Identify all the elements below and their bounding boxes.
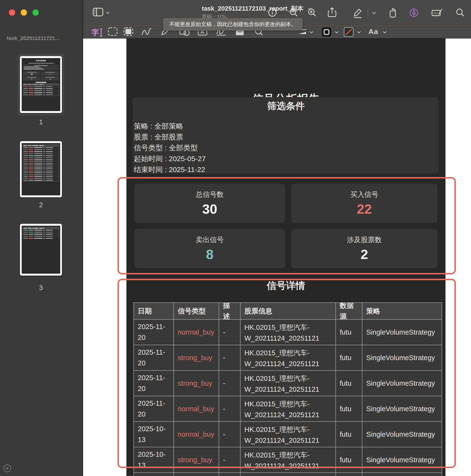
close-button[interactable] (9, 9, 15, 16)
sidebar-toggle-icon[interactable] (93, 7, 103, 17)
filter-line: 股票 : 全部股票 (134, 132, 351, 142)
page-thumbnail-1[interactable]: 信号分析报告302282 (20, 56, 62, 113)
add-page-button[interactable]: + (3, 464, 11, 472)
thumbnail-page-number[interactable]: 3 (20, 284, 62, 292)
page-thumbnail-3[interactable] (20, 224, 62, 276)
rotate-icon[interactable] (388, 8, 399, 18)
thumbnail-preview: 信号分析报告302282 (22, 58, 60, 111)
chevron-down-icon[interactable] (106, 10, 110, 14)
details-annotation-rect (118, 279, 456, 468)
chevron-down-icon[interactable] (357, 30, 361, 34)
text-style-icon[interactable]: Aa (369, 27, 378, 36)
filter-line: 信号类型 : 全部类型 (134, 142, 351, 153)
copy-created-tooltip: 不能更改原始文稿，因此已创建包含你的更改的副本。 (163, 18, 303, 31)
thumbnail-preview (22, 143, 60, 195)
zoom-button[interactable] (33, 9, 39, 16)
preview-window: task_202511211721... 信号分析报告302282123 + t… (0, 0, 471, 476)
table-cell (362, 473, 442, 476)
filter-line: 结束时间 : 2025-11-22 (134, 164, 351, 175)
tooltip-text: 不能更改原始文稿，因此已创建包含你的更改的副本。 (169, 21, 296, 28)
page-thumbnail-2[interactable] (20, 141, 62, 197)
text-select-icon[interactable]: 字 (91, 27, 103, 38)
minimize-button[interactable] (21, 9, 27, 16)
svg-text:字: 字 (91, 28, 99, 36)
chevron-down-icon[interactable] (310, 30, 314, 34)
table-cell (174, 473, 219, 476)
search-icon[interactable] (455, 8, 465, 17)
chevron-down-icon[interactable] (383, 30, 387, 34)
table-cell (241, 473, 336, 476)
thumbnail-page-number[interactable]: 2 (20, 201, 62, 209)
rect-select-icon[interactable] (108, 27, 118, 36)
table-cell (336, 473, 362, 476)
zoom-out-icon[interactable] (289, 8, 298, 17)
filter-line: 起始时间 : 2025-05-27 (134, 153, 351, 164)
sketch-icon[interactable] (141, 27, 152, 36)
filter-line: 策略 : 全部策略 (134, 121, 351, 132)
share-icon[interactable] (327, 7, 337, 17)
thumbnail-preview (22, 226, 60, 274)
filter-heading: 筛选条件 (126, 100, 445, 113)
thumbnail-sidebar: task_202511211721... 信号分析报告302282123 + (0, 0, 83, 476)
zoom-in-icon[interactable] (307, 8, 317, 17)
markup-pen-icon[interactable] (353, 8, 363, 18)
tooltip-arrow (221, 15, 228, 18)
form-fill-icon[interactable] (432, 8, 443, 17)
traffic-lights (9, 9, 39, 16)
fill-color-icon[interactable] (343, 27, 354, 37)
stats-annotation-rect (118, 177, 456, 274)
thumbnail-page-number[interactable]: 1 (20, 119, 62, 126)
pencil-tip-icon[interactable] (409, 8, 419, 17)
divider (368, 8, 368, 17)
table-cell (219, 473, 240, 476)
chevron-down-icon[interactable] (335, 30, 339, 34)
border-color-icon[interactable] (321, 27, 332, 37)
chevron-down-icon[interactable] (372, 11, 376, 15)
info-icon[interactable] (268, 8, 277, 17)
table-cell (134, 473, 173, 476)
sidebar-filename: task_202511211721... (7, 35, 79, 41)
instant-alpha-icon[interactable] (123, 27, 134, 36)
